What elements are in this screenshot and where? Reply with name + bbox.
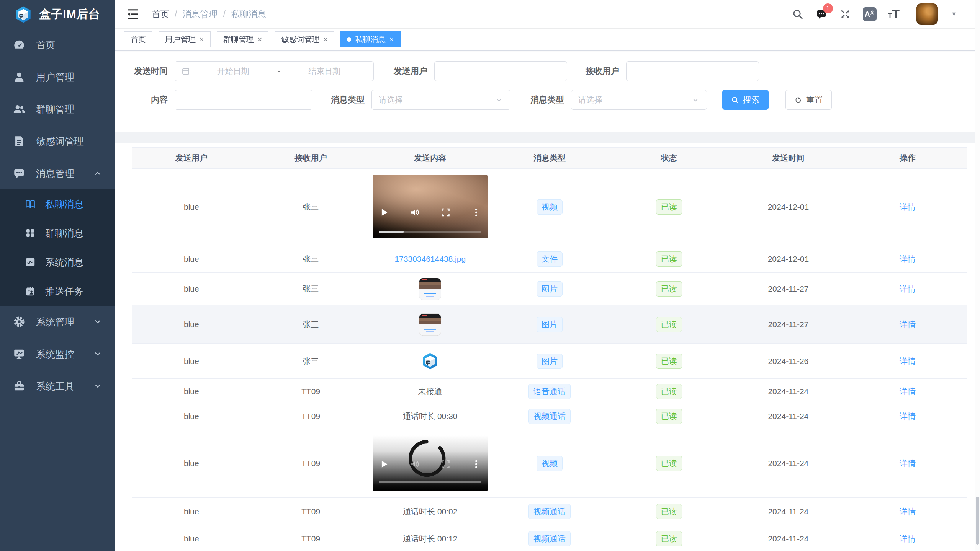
status-tag: 已读 bbox=[656, 199, 682, 215]
receiver-cell: TT09 bbox=[301, 507, 320, 516]
table-row: blue张三1733034614438.jpg文件已读2024-12-01详情 bbox=[132, 245, 967, 273]
sidebar-item-system-monitor[interactable]: 系统监控 bbox=[0, 338, 115, 370]
message-type-select[interactable]: 请选择 bbox=[371, 90, 510, 110]
volume-icon[interactable] bbox=[410, 207, 420, 218]
detail-link[interactable]: 详情 bbox=[900, 202, 916, 211]
language-icon[interactable]: A文 bbox=[863, 7, 877, 21]
detail-link[interactable]: 详情 bbox=[900, 459, 916, 468]
message-type2-select[interactable]: 请选择 bbox=[571, 90, 707, 110]
sidebar-item-system-tools[interactable]: 系统工具 bbox=[0, 370, 115, 402]
date-range-separator: - bbox=[276, 67, 282, 76]
table-row: blue张三图片已读2024-11-26详情 bbox=[132, 344, 967, 379]
fullscreen-icon[interactable] bbox=[839, 8, 851, 20]
loading-spinner bbox=[407, 439, 447, 478]
detail-link[interactable]: 详情 bbox=[900, 507, 916, 516]
content-input[interactable] bbox=[175, 90, 312, 110]
detail-link[interactable]: 详情 bbox=[900, 534, 916, 543]
more-icon[interactable] bbox=[471, 459, 481, 469]
sidebar-item-private-messages[interactable]: 私聊消息 bbox=[0, 189, 115, 218]
more-icon[interactable] bbox=[471, 207, 481, 218]
sidebar-item-groups[interactable]: 群聊管理 bbox=[0, 93, 115, 125]
status-tag: 已读 bbox=[656, 384, 682, 399]
video-player[interactable] bbox=[373, 435, 488, 491]
detail-link[interactable]: 详情 bbox=[900, 320, 916, 329]
play-icon[interactable] bbox=[379, 207, 389, 218]
chevron-up-icon bbox=[93, 169, 102, 178]
start-date-input[interactable]: 开始日期 bbox=[190, 66, 276, 77]
sidebar-item-sensitive-words[interactable]: 敏感词管理 bbox=[0, 125, 115, 157]
detail-link[interactable]: 详情 bbox=[900, 412, 916, 421]
avatar[interactable] bbox=[916, 3, 938, 25]
sidebar-item-group-messages[interactable]: 群聊消息 bbox=[0, 218, 115, 248]
video-progress-bar[interactable] bbox=[379, 231, 481, 233]
sidebar-item-push-tasks[interactable]: 推送任务 bbox=[0, 277, 115, 306]
col-message-type: 消息类型 bbox=[490, 148, 609, 169]
tab-close-icon[interactable]: × bbox=[258, 36, 262, 43]
tab-close-icon[interactable]: × bbox=[323, 36, 328, 43]
search-button[interactable]: 搜索 bbox=[722, 90, 769, 110]
video-player[interactable] bbox=[373, 175, 488, 238]
message-type-tag: 视频通话 bbox=[528, 531, 571, 546]
sidebar-item-users[interactable]: 用户管理 bbox=[0, 61, 115, 93]
message-type2-label: 消息类型 bbox=[529, 94, 564, 106]
chevron-down-icon bbox=[93, 350, 102, 358]
col-send-time: 发送时间 bbox=[729, 148, 848, 169]
table-row: blueTT09视频已读2024-11-24详情 bbox=[132, 429, 967, 498]
tab-user-management[interactable]: 用户管理 × bbox=[159, 31, 211, 47]
scrollbar-thumb[interactable] bbox=[976, 497, 979, 545]
app-logo[interactable]: 盒子IM后台 bbox=[0, 0, 115, 29]
send-time-cell: 2024-11-24 bbox=[768, 534, 808, 543]
detail-link[interactable]: 详情 bbox=[900, 387, 916, 396]
send-user-input[interactable] bbox=[434, 61, 567, 81]
receive-user-input[interactable] bbox=[626, 61, 759, 81]
send-time-cell: 2024-11-24 bbox=[768, 412, 808, 421]
sidebar-item-system-messages[interactable]: 系统消息 bbox=[0, 248, 115, 277]
tab-sensitive-words[interactable]: 敏感词管理 × bbox=[275, 31, 334, 47]
play-icon[interactable] bbox=[379, 459, 389, 469]
vertical-scrollbar[interactable] bbox=[975, 0, 980, 551]
detail-link[interactable]: 详情 bbox=[900, 357, 916, 365]
sidebar-item-label: 群聊管理 bbox=[36, 103, 74, 116]
reset-button[interactable]: 重置 bbox=[785, 90, 832, 110]
header-message-icon[interactable]: 1 bbox=[815, 8, 828, 20]
send-time-cell: 2024-11-27 bbox=[768, 320, 808, 329]
video-progress-bar[interactable] bbox=[379, 481, 481, 483]
fullscreen-icon[interactable] bbox=[440, 207, 451, 218]
sender-cell: blue bbox=[184, 507, 199, 516]
message-image-thumbnail[interactable] bbox=[419, 350, 441, 372]
tab-close-icon[interactable]: × bbox=[389, 36, 394, 43]
volume-icon[interactable] bbox=[410, 459, 420, 469]
font-size-icon[interactable]: TT bbox=[888, 8, 900, 20]
receiver-cell: 张三 bbox=[303, 320, 319, 329]
avatar-caret-down-icon[interactable]: ▼ bbox=[951, 11, 957, 18]
fullscreen-icon[interactable] bbox=[440, 459, 451, 469]
end-date-input[interactable]: 结束日期 bbox=[282, 66, 368, 77]
reset-button-label: 重置 bbox=[806, 94, 823, 106]
sidebar-item-home[interactable]: 首页 bbox=[0, 29, 115, 61]
sidebar-collapse-icon[interactable] bbox=[126, 8, 139, 20]
message-image-thumbnail[interactable] bbox=[419, 278, 441, 300]
message-type-tag: 视频通话 bbox=[528, 409, 571, 424]
tab-group-management[interactable]: 群聊管理 × bbox=[217, 31, 269, 47]
table-row: blueTT09未接通语音通话已读2024-11-24详情 bbox=[132, 379, 967, 404]
tab-label: 群聊管理 bbox=[223, 34, 254, 45]
refresh-icon bbox=[794, 96, 802, 104]
detail-link[interactable]: 详情 bbox=[900, 254, 916, 263]
send-time-cell: 2024-12-01 bbox=[768, 202, 809, 211]
tab-close-icon[interactable]: × bbox=[200, 36, 204, 43]
app-title: 盒子IM后台 bbox=[39, 7, 100, 22]
tab-home[interactable]: 首页 bbox=[124, 31, 152, 47]
chevron-down-icon bbox=[93, 382, 102, 390]
date-range-picker[interactable]: 开始日期 - 结束日期 bbox=[175, 61, 374, 81]
col-receiver: 接收用户 bbox=[251, 148, 371, 169]
sidebar-item-system-management[interactable]: 系统管理 bbox=[0, 306, 115, 338]
message-image-thumbnail[interactable] bbox=[419, 313, 441, 336]
receive-user-label: 接收用户 bbox=[584, 65, 619, 77]
sidebar-item-messages[interactable]: 消息管理 bbox=[0, 157, 115, 189]
header-search-icon[interactable] bbox=[792, 8, 804, 20]
app-logo-image bbox=[421, 352, 439, 370]
breadcrumb-home[interactable]: 首页 bbox=[152, 8, 169, 20]
file-link[interactable]: 1733034614438.jpg bbox=[394, 254, 466, 263]
tab-private-messages[interactable]: 私聊消息 × bbox=[340, 31, 401, 47]
detail-link[interactable]: 详情 bbox=[900, 284, 916, 293]
